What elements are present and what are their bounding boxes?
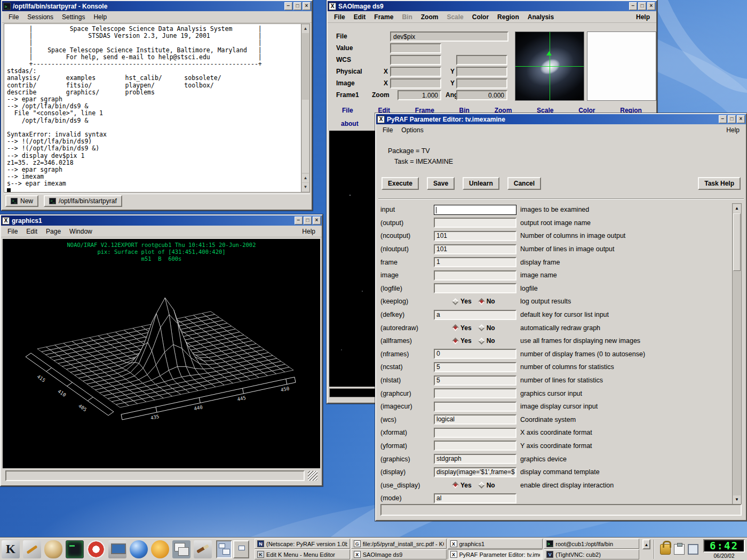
paint-launcher-icon[interactable] (194, 540, 212, 558)
param-input[interactable]: 1 (434, 257, 516, 267)
param-input[interactable] (434, 283, 516, 293)
panner-galaxy-thumbnail[interactable] (515, 31, 584, 101)
konsole-titlebar[interactable]: >_ /opt/lfa/bin/startpyraf - Konsole −□× (2, 1, 312, 11)
menu-color[interactable]: Color (468, 12, 493, 22)
kcontrol-launcher-icon[interactable] (108, 540, 126, 558)
menu-options[interactable]: Options (397, 125, 427, 135)
radio-option-yes[interactable]: Yes (453, 337, 472, 345)
minimize-button[interactable]: − (295, 217, 303, 225)
kmail-launcher-icon[interactable] (151, 540, 169, 558)
param-input[interactable]: 101 (434, 244, 516, 254)
param-input[interactable] (434, 218, 516, 228)
help-launcher-icon[interactable] (87, 540, 105, 558)
param-input[interactable] (434, 270, 516, 281)
minimize-button[interactable]: − (284, 2, 292, 10)
wcs-y-value[interactable] (456, 55, 507, 65)
scroll-up-icon[interactable]: ▲ (733, 204, 741, 213)
radio-option-yes[interactable]: Yes (453, 482, 472, 489)
image-x-value[interactable] (390, 78, 441, 89)
scroll-down-icon[interactable]: ▼ (302, 183, 309, 191)
taskbar-scroll-up-button[interactable]: ▲ (642, 539, 650, 549)
execute-button[interactable]: Execute (382, 177, 419, 190)
physical-x-value[interactable] (390, 67, 441, 77)
cancel-button[interactable]: Cancel (507, 177, 541, 190)
menu-edit[interactable]: Edit (349, 12, 370, 22)
param-input[interactable]: display(image='$1',frame=$ (434, 467, 516, 477)
radio-option-no[interactable]: No (479, 298, 495, 305)
digital-clock[interactable]: 6:42 (703, 539, 745, 553)
radio-option-no[interactable]: No (479, 482, 495, 489)
menu-page[interactable]: Page (42, 226, 65, 237)
param-input[interactable]: a (434, 310, 516, 320)
taskbar-window-button[interactable]: Gfile:/p5/pyraf_install_src.pdf - KG (351, 539, 447, 549)
scrollbar-thumb[interactable] (302, 100, 309, 173)
radio-option-yes[interactable]: Yes (453, 298, 472, 305)
menu-file[interactable]: File (340, 106, 355, 117)
lock-icon[interactable] (660, 544, 671, 555)
menu-window[interactable]: Window (65, 226, 97, 237)
ds9-titlebar[interactable]: X SAOImage ds9 −□× (328, 1, 656, 11)
konsole-launcher-icon[interactable] (66, 540, 84, 558)
taskbar-window-button[interactable]: XPyRAF Parameter Editor: tv.ime (448, 549, 543, 559)
editor-launcher-icon[interactable] (23, 540, 41, 558)
terminal-viewport[interactable]: | Space Telescope Science Data Analysis … (4, 23, 310, 193)
param-input[interactable] (434, 402, 516, 412)
close-button[interactable]: × (303, 2, 311, 10)
maximize-button[interactable]: □ (293, 2, 301, 10)
param-input[interactable] (434, 205, 516, 215)
param-input[interactable] (434, 388, 516, 398)
parameter-scrollbar[interactable]: ▲ ▼ (732, 203, 742, 505)
close-button[interactable]: × (737, 115, 745, 123)
wcs-x-value[interactable] (390, 55, 441, 65)
menu-analysis[interactable]: Analysis (523, 12, 558, 22)
menu-file[interactable]: File (4, 12, 23, 22)
terminal-scrollbar[interactable]: ▲ ▲ ▼ (301, 24, 309, 192)
scrollbar-thumb[interactable] (733, 213, 741, 271)
value-value[interactable] (390, 43, 441, 53)
menu-file[interactable]: File (330, 12, 349, 22)
taskbar-window-button[interactable]: >_root@cub1:/opt/lfa/bin (544, 539, 639, 549)
minimize-button[interactable]: − (629, 2, 637, 10)
menu-file[interactable]: File (378, 125, 397, 135)
save-button[interactable]: Save (427, 177, 455, 190)
klipper-icon[interactable] (674, 544, 685, 555)
menu-zoom[interactable]: Zoom (417, 12, 443, 22)
menu-file[interactable]: File (3, 226, 22, 237)
menu-edit[interactable]: Edit (22, 226, 42, 237)
radio-option-no[interactable]: No (479, 337, 495, 345)
maximize-button[interactable]: □ (304, 217, 312, 225)
param-input[interactable]: 0 (434, 349, 516, 359)
shell-launcher-icon[interactable] (44, 540, 62, 558)
menu-about[interactable]: about (337, 118, 363, 129)
param-input[interactable]: logical (434, 414, 516, 425)
param-input[interactable]: 5 (434, 362, 516, 372)
menu-help[interactable]: Help (722, 125, 744, 135)
scroll-down-icon[interactable]: ▼ (733, 495, 741, 504)
task-help-button[interactable]: Task Help (698, 177, 741, 190)
menu-bin[interactable]: Bin (398, 12, 416, 22)
physical-y-value[interactable] (456, 67, 507, 77)
pyraf-titlebar[interactable]: X PyRAF Parameter Editor: tv.imexamine −… (376, 114, 746, 124)
pager-desktop-1[interactable] (216, 540, 232, 558)
display-icon[interactable] (688, 544, 698, 555)
zoom-value[interactable]: 1.000 (398, 90, 441, 100)
menu-help[interactable]: Help (632, 12, 654, 22)
scroll-up-icon[interactable]: ▲ (302, 25, 309, 33)
close-button[interactable]: × (647, 2, 655, 10)
radio-option-no[interactable]: No (479, 324, 495, 332)
menu-help[interactable]: Help (89, 12, 111, 22)
session-tab[interactable]: >_ /opt/lfa/bin/startpyraf (44, 195, 122, 207)
image-y-value[interactable] (456, 78, 507, 89)
param-input[interactable]: 5 (434, 375, 516, 386)
pager-desktop-2[interactable] (233, 540, 249, 558)
maximize-button[interactable]: □ (728, 115, 736, 123)
graphics-titlebar[interactable]: X graphics1 −□× (1, 215, 322, 226)
param-input[interactable] (434, 441, 516, 451)
maximize-button[interactable]: □ (638, 2, 646, 10)
minimize-button[interactable]: − (719, 115, 727, 123)
file-value[interactable]: dev$pix (390, 31, 508, 42)
konqueror-launcher-icon[interactable] (130, 540, 148, 558)
param-input[interactable] (434, 428, 516, 438)
param-input[interactable]: 101 (434, 231, 516, 241)
radio-option-yes[interactable]: Yes (453, 324, 472, 332)
